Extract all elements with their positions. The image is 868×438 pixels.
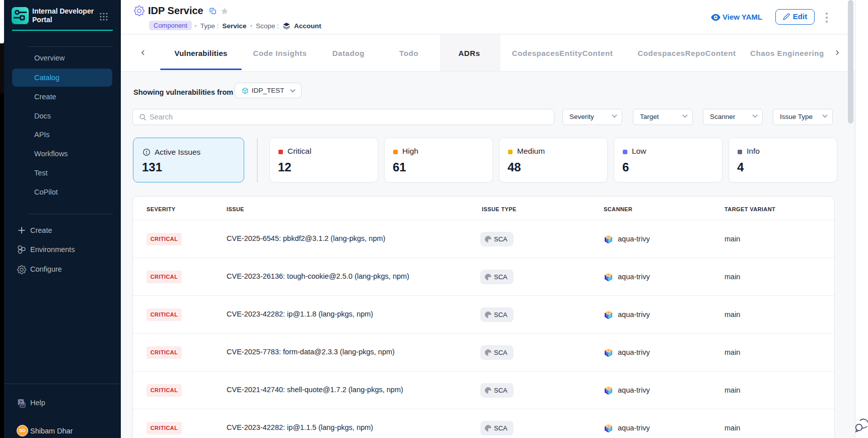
svg-text:?: ? <box>19 400 22 405</box>
